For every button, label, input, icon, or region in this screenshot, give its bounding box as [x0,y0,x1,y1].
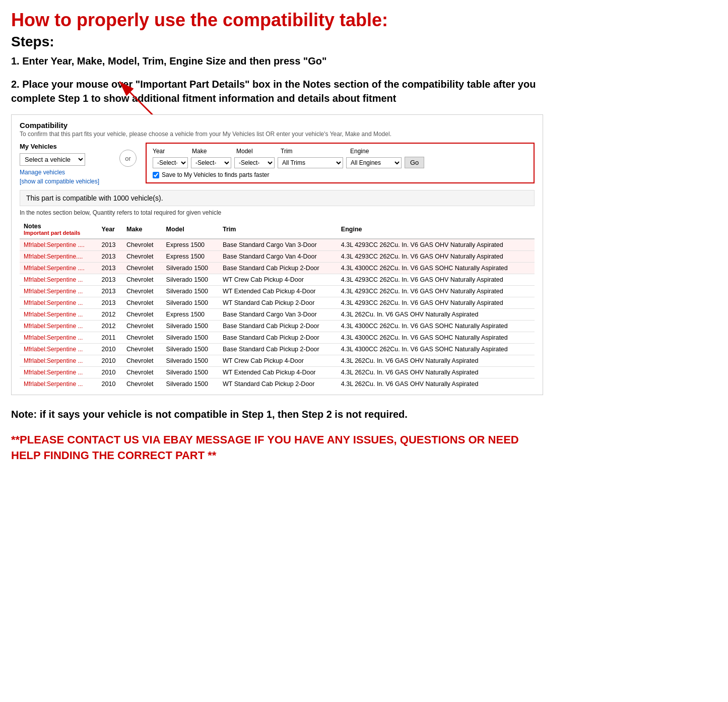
table-row: Mfrlabel:Serpentine ...2013ChevroletSilv… [20,297,535,309]
trim-cell: WT Standard Cab Pickup 2-Door [219,297,337,309]
manage-vehicles-link[interactable]: Manage vehicles [20,169,110,176]
engine-cell: 4.3L 262Cu. In. V6 GAS OHV Naturally Asp… [337,309,535,321]
model-select[interactable]: -Select- [234,157,275,168]
notes-cell: Mfrlabel:Serpentine ... [20,297,98,309]
table-row: Mfrlabel:Serpentine ...2011ChevroletSilv… [20,332,535,344]
or-circle: or [119,150,137,167]
year-cell: 2011 [98,332,123,344]
model-cell: Silverado 1500 [162,263,219,274]
trim-select[interactable]: All Trims [278,157,343,168]
trim-cell: Base Standard Cab Pickup 2-Door [219,344,337,355]
notes-cell: Mfrlabel:Serpentine ... [20,309,98,321]
model-cell: Silverado 1500 [162,355,219,367]
trim-cell: WT Extended Cab Pickup 4-Door [219,367,337,378]
year-cell: 2013 [98,274,123,286]
model-cell: Silverado 1500 [162,332,219,344]
make-cell: Chevrolet [122,263,162,274]
trim-cell: Base Standard Cab Pickup 2-Door [219,321,337,332]
compat-subtitle: To confirm that this part fits your vehi… [20,131,535,138]
notes-cell: Mfrlabel:Serpentine.... [20,251,98,263]
notes-cell: Mfrlabel:Serpentine ... [20,378,98,390]
ymm-selects-row: -Select- -Select- -Select- All Trims All… [153,157,527,168]
model-cell: Silverado 1500 [162,321,219,332]
compat-title: Compatibility [20,121,535,130]
notes-cell: Mfrlabel:Serpentine .... [20,239,98,251]
year-cell: 2010 [98,378,123,390]
make-cell: Chevrolet [122,274,162,286]
vehicle-select-dropdown[interactable]: Select a vehicle [20,153,85,166]
make-cell: Chevrolet [122,344,162,355]
note-below: Note: if it says your vehicle is not com… [11,407,543,421]
year-cell: 2010 [98,344,123,355]
steps-heading: Steps: [11,34,543,50]
engine-cell: 4.3L 4300CC 262Cu. In. V6 GAS SOHC Natur… [337,321,535,332]
make-select[interactable]: -Select- [191,157,231,168]
engine-label: Engine [350,148,406,155]
ymm-labels-row: Year Make Model Trim Engine [153,148,527,155]
year-label: Year [153,148,188,155]
year-cell: 2012 [98,321,123,332]
trim-cell: Base Standard Cab Pickup 2-Door [219,332,337,344]
compatibility-table: Notes Important part details Year Make M… [20,220,535,390]
th-engine: Engine [337,220,535,239]
compat-count-bar: This part is compatible with 1000 vehicl… [20,190,535,206]
ymm-section: Year Make Model Trim Engine -Select- -Se… [146,143,535,183]
go-button[interactable]: Go [405,157,424,168]
model-cell: Silverado 1500 [162,286,219,297]
compat-note: In the notes section below, Quantity ref… [20,209,535,216]
engine-cell: 4.3L 4293CC 262Cu. In. V6 GAS OHV Natura… [337,286,535,297]
make-cell: Chevrolet [122,239,162,251]
engine-select[interactable]: All Engines [346,157,402,168]
trim-cell: WT Crew Cab Pickup 4-Door [219,274,337,286]
table-header-row: Notes Important part details Year Make M… [20,220,535,239]
year-select[interactable]: -Select- [153,157,188,168]
engine-cell: 4.3L 4293CC 262Cu. In. V6 GAS OHV Natura… [337,274,535,286]
main-title: How to properly use the compatibility ta… [11,9,543,31]
trim-cell: WT Extended Cab Pickup 4-Door [219,286,337,297]
show-all-link[interactable]: [show all compatible vehicles] [20,178,110,185]
model-cell: Silverado 1500 [162,378,219,390]
model-cell: Silverado 1500 [162,344,219,355]
compat-top-row: My Vehicles Select a vehicle Manage vehi… [20,143,535,185]
table-row: Mfrlabel:Serpentine....2013ChevroletExpr… [20,251,535,263]
year-cell: 2012 [98,309,123,321]
model-cell: Express 1500 [162,239,219,251]
th-year: Year [98,220,123,239]
notes-cell: Mfrlabel:Serpentine ... [20,367,98,378]
table-row: Mfrlabel:Serpentine ...2012ChevroletSilv… [20,321,535,332]
step-2-text: 2. Place your mouse over "Important Part… [11,77,543,105]
make-cell: Chevrolet [122,355,162,367]
trim-cell: WT Crew Cab Pickup 4-Door [219,355,337,367]
year-cell: 2013 [98,297,123,309]
year-cell: 2013 [98,239,123,251]
table-row: Mfrlabel:Serpentine ...2010ChevroletSilv… [20,344,535,355]
engine-cell: 4.3L 4300CC 262Cu. In. V6 GAS SOHC Natur… [337,332,535,344]
notes-cell: Mfrlabel:Serpentine ... [20,355,98,367]
my-vehicles-section: My Vehicles Select a vehicle Manage vehi… [20,143,110,185]
th-make: Make [122,220,162,239]
make-cell: Chevrolet [122,297,162,309]
save-checkbox[interactable] [153,172,159,178]
make-cell: Chevrolet [122,286,162,297]
table-body: Mfrlabel:Serpentine ....2013ChevroletExp… [20,239,535,390]
engine-cell: 4.3L 4300CC 262Cu. In. V6 GAS SOHC Natur… [337,263,535,274]
engine-cell: 4.3L 4300CC 262Cu. In. V6 GAS SOHC Natur… [337,344,535,355]
important-part-label: Important part details [24,230,94,236]
step-1-text: 1. Enter Year, Make, Model, Trim, Engine… [11,54,543,68]
compatibility-section: Compatibility To confirm that this part … [11,114,543,395]
table-row: Mfrlabel:Serpentine ...2013ChevroletSilv… [20,286,535,297]
table-row: Mfrlabel:Serpentine ....2013ChevroletExp… [20,239,535,251]
year-cell: 2013 [98,251,123,263]
engine-cell: 4.3L 262Cu. In. V6 GAS OHV Naturally Asp… [337,355,535,367]
make-cell: Chevrolet [122,378,162,390]
contact-notice: **PLEASE CONTACT US VIA EBAY MESSAGE IF … [11,432,543,464]
trim-cell: Base Standard Cargo Van 3-Door [219,309,337,321]
table-row: Mfrlabel:Serpentine ...2012ChevroletExpr… [20,309,535,321]
model-cell: Silverado 1500 [162,274,219,286]
notes-cell: Mfrlabel:Serpentine ... [20,286,98,297]
year-cell: 2013 [98,263,123,274]
model-cell: Silverado 1500 [162,367,219,378]
engine-cell: 4.3L 262Cu. In. V6 GAS OHV Naturally Asp… [337,378,535,390]
make-label: Make [192,148,232,155]
notes-cell: Mfrlabel:Serpentine .... [20,263,98,274]
